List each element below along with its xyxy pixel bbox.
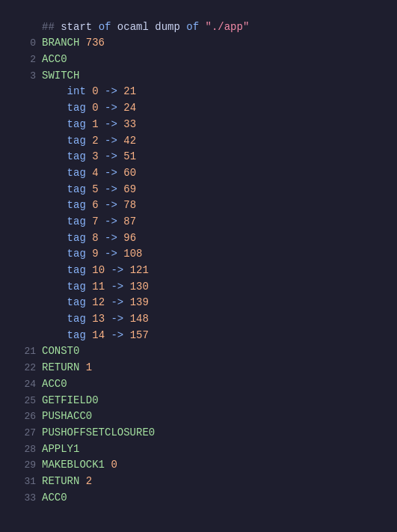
line-content: tag 13 -> 148 xyxy=(42,311,391,328)
line-number: 0 xyxy=(6,36,36,51)
token: -> xyxy=(105,215,117,227)
token: 96 xyxy=(123,232,136,244)
token xyxy=(42,313,67,325)
token xyxy=(42,329,67,341)
line-number: 29 xyxy=(6,458,36,473)
token: tag xyxy=(67,215,86,227)
code-line: ## start of ocaml dump of "./app" xyxy=(0,19,397,36)
line-content: CONST0 xyxy=(42,343,391,360)
token: ## xyxy=(42,21,55,33)
line-content: MAKEBLOCK1 0 xyxy=(42,457,391,474)
token: -> xyxy=(111,281,123,293)
code-line: tag 11 -> 130 xyxy=(0,279,397,296)
token: "./app" xyxy=(205,21,249,33)
token xyxy=(123,329,129,341)
code-line: 25GETFIELD0 xyxy=(0,393,397,409)
token: -> xyxy=(105,183,117,195)
token: tag xyxy=(67,199,86,211)
token xyxy=(42,232,67,244)
token: ACC0 xyxy=(42,53,67,65)
line-number: 27 xyxy=(6,426,36,441)
code-line: tag 13 -> 148 xyxy=(0,311,397,328)
line-content: tag 10 -> 121 xyxy=(42,263,391,279)
line-number: 28 xyxy=(6,442,36,457)
code-block: ## start of ocaml dump of "./app"0BRANCH… xyxy=(0,0,397,509)
token: 0 xyxy=(86,102,105,114)
token: 0 xyxy=(111,459,117,471)
token xyxy=(117,232,123,244)
line-content: tag 12 -> 139 xyxy=(42,295,391,311)
token: -> xyxy=(105,135,117,147)
code-line: 0BRANCH 736 xyxy=(0,35,397,52)
token: 87 xyxy=(123,215,136,227)
token: CONST0 xyxy=(42,345,79,357)
line-number: 33 xyxy=(6,491,36,506)
code-line: 27PUSHOFFSETCLOSURE0 xyxy=(0,425,397,441)
token xyxy=(117,183,123,195)
line-content: tag 14 -> 157 xyxy=(42,328,391,344)
line-content: ACC0 xyxy=(42,490,391,507)
token: tag xyxy=(67,232,86,244)
token xyxy=(117,215,123,227)
line-number: 24 xyxy=(6,377,36,392)
line-content: APPLY1 xyxy=(42,441,391,458)
code-line: 33ACC0 xyxy=(0,490,397,507)
token xyxy=(42,215,67,227)
token: APPLY1 xyxy=(42,443,79,455)
code-line: tag 1 -> 33 xyxy=(0,117,397,133)
token: tag xyxy=(67,102,86,114)
code-line: tag 2 -> 42 xyxy=(0,133,397,150)
line-number: 2 xyxy=(6,52,36,67)
code-line: tag 9 -> 108 xyxy=(0,246,397,263)
line-content: GETFIELD0 xyxy=(42,393,391,409)
token: 4 xyxy=(86,167,105,179)
line-content: tag 1 -> 33 xyxy=(42,117,391,133)
token: 60 xyxy=(123,167,136,179)
token: PUSHOFFSETCLOSURE0 xyxy=(42,426,155,438)
token: -> xyxy=(111,313,123,325)
token xyxy=(42,167,67,179)
line-content: BRANCH 736 xyxy=(42,35,391,52)
token: 108 xyxy=(123,248,142,260)
token: tag xyxy=(67,167,86,179)
token: 2 xyxy=(86,475,92,487)
token xyxy=(42,102,67,114)
line-content: RETURN 2 xyxy=(42,474,391,490)
token: -> xyxy=(105,150,117,162)
code-line: 29MAKEBLOCK1 0 xyxy=(0,457,397,474)
token: 130 xyxy=(130,281,149,293)
token: 24 xyxy=(123,102,136,114)
token: 13 xyxy=(86,313,111,325)
line-content: RETURN 1 xyxy=(42,360,391,376)
token: -> xyxy=(111,329,123,341)
token: -> xyxy=(105,118,117,130)
token: tag xyxy=(67,183,86,195)
token: 78 xyxy=(123,199,136,211)
token xyxy=(123,313,129,325)
token xyxy=(42,85,67,97)
token: -> xyxy=(105,248,117,260)
token: 2 xyxy=(86,135,105,147)
token: -> xyxy=(105,199,117,211)
line-content: tag 4 -> 60 xyxy=(42,165,391,182)
code-line: 24ACC0 xyxy=(0,376,397,393)
token xyxy=(42,264,67,276)
token: -> xyxy=(111,296,123,308)
line-content: tag 9 -> 108 xyxy=(42,246,391,263)
code-line: tag 7 -> 87 xyxy=(0,214,397,230)
token xyxy=(42,118,67,130)
token xyxy=(42,150,67,162)
token: 8 xyxy=(86,232,105,244)
token: ACC0 xyxy=(42,378,67,390)
token: GETFIELD0 xyxy=(42,394,99,406)
token: 14 xyxy=(86,329,111,341)
token: tag xyxy=(67,248,86,260)
line-number: 25 xyxy=(6,394,36,409)
token: 5 xyxy=(86,183,105,195)
token xyxy=(117,150,123,162)
token xyxy=(42,248,67,260)
line-content: tag 2 -> 42 xyxy=(42,133,391,150)
token: PUSHACC0 xyxy=(42,410,92,422)
token: int xyxy=(67,85,86,97)
token: tag xyxy=(67,264,86,276)
